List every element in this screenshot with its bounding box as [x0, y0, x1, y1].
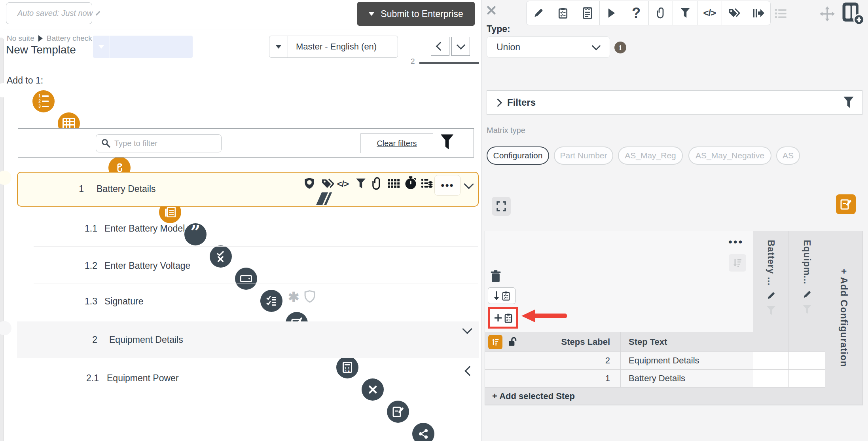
matrix-type-as[interactable]: AS — [776, 146, 800, 165]
type-select[interactable]: Union — [487, 36, 610, 58]
code-icon: </> — [337, 179, 349, 189]
info-letter: i — [619, 44, 621, 52]
header-spacer — [753, 332, 789, 352]
pencil-icon[interactable] — [803, 290, 811, 299]
chip-label: AS — [783, 151, 794, 160]
dropdown-caret-zone — [269, 36, 288, 57]
insert-step-button[interactable] — [488, 287, 515, 304]
info-icon[interactable]: i — [614, 42, 626, 53]
paperclip-icon — [656, 8, 665, 19]
trash-icon[interactable] — [490, 270, 501, 283]
matrix-type-configuration[interactable]: Configuration — [487, 146, 549, 165]
step-more-button[interactable]: ••• — [434, 175, 461, 196]
fullscreen-icon — [497, 201, 506, 211]
matrix-toolbar-cell: ••• — [485, 231, 753, 332]
search-input[interactable] — [96, 134, 222, 152]
step-number: 1.3 — [71, 296, 97, 307]
checklist-button[interactable] — [551, 1, 576, 25]
version-dropdown[interactable] — [93, 36, 193, 58]
filter-button[interactable] — [673, 1, 697, 25]
lock-open-icon[interactable] — [508, 336, 517, 348]
triangle-down-icon — [99, 45, 104, 49]
edit-button[interactable] — [527, 1, 551, 25]
step-count: 2 — [411, 57, 415, 66]
matrix-type-as-may-reg[interactable]: AS_May_Reg — [618, 146, 683, 165]
step-label: Signature — [104, 296, 143, 307]
column-header-equipment[interactable]: Equipm... — [789, 231, 825, 332]
question-icon: ? — [632, 6, 641, 20]
breadcrumb-template[interactable]: Battery check — [47, 34, 92, 43]
table-more-button[interactable]: ••• — [728, 240, 743, 244]
pencil-icon[interactable] — [767, 291, 775, 300]
add-selected-step-label: + Add selected Step — [492, 391, 575, 401]
filters-section-header[interactable]: Filters — [487, 90, 862, 115]
step-number: 1 — [59, 184, 84, 194]
step-text-header: Step Text — [629, 337, 667, 347]
add-share-button[interactable] — [412, 423, 434, 441]
filter-icon — [843, 96, 854, 109]
step-number: 2 — [71, 335, 97, 345]
help-button[interactable]: ? — [624, 1, 649, 25]
panel-toolbar: ? </> — [526, 1, 771, 25]
move-icon[interactable] — [820, 6, 835, 21]
collapse-left-button[interactable] — [431, 37, 449, 56]
triangle-down-icon — [276, 45, 281, 49]
timer-icon — [404, 176, 417, 190]
sort-ascending-button[interactable] — [488, 335, 502, 349]
pencil-icon — [533, 8, 544, 18]
add-selected-step-button[interactable]: + Add selected Step — [485, 388, 825, 405]
edit-square-icon — [840, 199, 851, 210]
plus-icon — [495, 314, 502, 321]
steps-label-header: Steps Label — [561, 337, 620, 347]
callout-arrow-icon — [521, 309, 567, 323]
code-icon: </> — [703, 8, 716, 19]
form-button[interactable] — [575, 1, 600, 25]
add-column-icon[interactable] — [841, 2, 865, 25]
add-edit-document-button[interactable] — [387, 401, 409, 423]
filters-label: Filters — [507, 97, 536, 108]
language-dropdown[interactable]: Master - English (en) — [269, 36, 398, 58]
row-step-text[interactable]: Equipment Details — [621, 352, 753, 370]
add-numbered-list-button[interactable]: 123 — [32, 90, 55, 112]
play-button[interactable] — [600, 1, 624, 25]
matrix-cell[interactable] — [753, 352, 789, 370]
close-icon[interactable] — [487, 6, 496, 15]
sort-descending-button[interactable] — [729, 254, 746, 272]
skip-forward-button[interactable] — [746, 1, 770, 25]
collapse-down-button[interactable] — [451, 37, 470, 56]
expand-button[interactable] — [492, 197, 511, 216]
autosave-button[interactable]: Auto saved: Just now — [6, 2, 92, 24]
step-label: Equipment Details — [109, 335, 183, 345]
filter-icon[interactable] — [766, 306, 776, 316]
table-header-steps-label: Steps Label — [485, 332, 621, 352]
column-header-battery[interactable]: Battery ... — [753, 231, 789, 332]
row-step-text[interactable]: Battery Details — [621, 370, 753, 388]
matrix-table: ••• Battery ... Equipm... — [485, 231, 863, 405]
edit-matrix-button[interactable] — [836, 194, 856, 214]
matrix-cell[interactable] — [753, 370, 789, 388]
filter-icon[interactable] — [802, 304, 812, 315]
breadcrumb-suite[interactable]: No suite — [7, 34, 34, 43]
tags-button[interactable] — [722, 1, 747, 25]
attachment-button[interactable] — [649, 1, 673, 25]
autosave-status: Auto saved: Just now — [17, 9, 93, 18]
row-steps-label[interactable]: 1 — [485, 370, 621, 388]
numbered-list-icon: 123 — [38, 94, 49, 108]
matrix-cell[interactable] — [789, 370, 825, 388]
clear-filters-button[interactable]: Clear filters — [360, 133, 433, 153]
chevron-left-icon — [436, 42, 445, 51]
add-configuration-column[interactable]: + Add Configuration — [825, 231, 863, 405]
code-button[interactable]: </> — [697, 1, 722, 25]
step-label: Enter Battery Voltage — [104, 260, 190, 271]
filter-icon[interactable] — [440, 134, 454, 151]
matrix-cell[interactable] — [789, 352, 825, 370]
edit-document-icon — [392, 406, 404, 417]
matrix-type-as-may-negative[interactable]: AS_May_Negative — [688, 146, 771, 165]
collapsed-drawer-strip[interactable] — [0, 38, 4, 441]
add-step-button-highlighted[interactable] — [488, 307, 518, 329]
matrix-type-part-number[interactable]: Part Number — [554, 146, 613, 165]
row-steps-label[interactable]: 2 — [485, 352, 621, 370]
submit-to-enterprise-button[interactable]: Submit to Enterprise — [357, 2, 475, 26]
template-editor-screen: Auto saved: Just now Submit to Enterpris… — [0, 0, 868, 441]
divider — [34, 398, 478, 398]
